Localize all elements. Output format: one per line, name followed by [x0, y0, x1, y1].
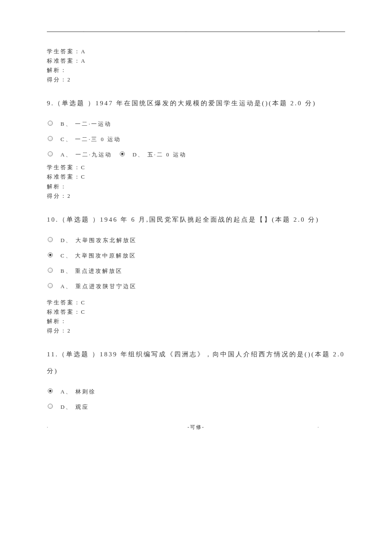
- q9-standard-answer: 标准答案：C: [47, 172, 345, 182]
- q9-option-c-text: C、 一二·三 0 运动: [61, 136, 121, 143]
- q9-option-d[interactable]: D、 五·二 0 运动: [120, 151, 187, 159]
- q10-option-a-text: A、 重点进攻陕甘宁边区: [61, 283, 137, 290]
- q9-student-answer: 学生答案：C: [47, 163, 345, 172]
- radio-icon[interactable]: [48, 252, 53, 257]
- q10-option-b-text: B、 重点进攻解放区: [61, 267, 123, 275]
- radio-icon[interactable]: [48, 136, 53, 141]
- q9-answer-block: 学生答案：C 标准答案：C 解析： 得分：2: [47, 163, 345, 200]
- q10-stem: 10.（单选题 ）1946 年 6 月,国民党军队挑起全面战的起点是【】(本题 …: [47, 211, 345, 228]
- q9-analysis: 解析：: [47, 182, 345, 191]
- q9-option-c[interactable]: C、 一二·三 0 运动: [47, 136, 345, 143]
- header-rule: . . -: [47, 26, 345, 32]
- q9-option-a[interactable]: A、 一二·九运动: [48, 151, 112, 159]
- q9-option-b[interactable]: B、 一二·一运动: [47, 120, 345, 128]
- radio-icon[interactable]: [48, 151, 53, 156]
- footer-text: -可修-: [187, 424, 205, 430]
- header-mark-right: -: [318, 28, 320, 33]
- q10-option-b[interactable]: B、 重点进攻解放区: [47, 267, 345, 275]
- q10-analysis: 解析：: [47, 317, 345, 326]
- q9-score: 得分：2: [47, 191, 345, 201]
- q9-stem: 9.（单选题 ）1947 年在国统区爆发的大规模的爱国学生运动是()(本题 2.…: [47, 95, 345, 112]
- q9-option-b-text: B、 一二·一运动: [61, 120, 112, 128]
- radio-icon[interactable]: [48, 268, 53, 273]
- q11-option-a-text: A、 林则徐: [61, 388, 96, 396]
- radio-icon[interactable]: [48, 404, 53, 409]
- page-footer: . -可修- .: [47, 424, 345, 431]
- q10-student-answer: 学生答案：C: [47, 298, 345, 307]
- q11-option-a[interactable]: A、 林则徐: [47, 388, 345, 396]
- q10-option-c[interactable]: C、 大举围攻中原解放区: [47, 252, 345, 260]
- q8-analysis: 解析：: [47, 66, 345, 75]
- q10-standard-answer: 标准答案：C: [47, 307, 345, 317]
- q10-option-c-text: C、 大举围攻中原解放区: [61, 252, 136, 260]
- q9-option-d-text: D、 五·二 0 运动: [133, 151, 187, 159]
- radio-icon[interactable]: [48, 283, 53, 288]
- footer-mark-left: .: [47, 424, 49, 428]
- radio-icon[interactable]: [48, 121, 53, 126]
- q11-option-d-text: D、 观应: [61, 403, 89, 411]
- radio-icon[interactable]: [120, 151, 125, 156]
- radio-icon[interactable]: [48, 388, 53, 393]
- footer-mark-right: .: [318, 424, 320, 428]
- q10-option-a[interactable]: A、 重点进攻陕甘宁边区: [47, 283, 345, 290]
- q8-answer-block: 学生答案：A 标准答案：A 解析： 得分：2: [47, 47, 345, 84]
- q8-student-answer: 学生答案：A: [47, 47, 345, 56]
- document-page: . . - 学生答案：A 标准答案：A 解析： 得分：2 9.（单选题 ）194…: [0, 0, 392, 448]
- q9-option-a-text: A、 一二·九运动: [61, 151, 112, 159]
- q10-answer-block: 学生答案：C 标准答案：C 解析： 得分：2: [47, 298, 345, 335]
- q10-option-d[interactable]: D、 大举围攻东北解放区: [47, 237, 345, 244]
- q8-standard-answer: 标准答案：A: [47, 56, 345, 66]
- q10-score: 得分：2: [47, 326, 345, 335]
- header-mark-mid: .: [185, 28, 187, 33]
- radio-icon[interactable]: [48, 237, 53, 242]
- header-mark-left: .: [83, 28, 84, 33]
- q11-option-d[interactable]: D、 观应: [47, 403, 345, 411]
- q10-option-d-text: D、 大举围攻东北解放区: [61, 237, 137, 244]
- q9-option-row-ad: A、 一二·九运动 D、 五·二 0 运动: [47, 151, 345, 159]
- q8-score: 得分：2: [47, 75, 345, 84]
- q11-stem: 11.（单选题 ）1839 年组织编写成《四洲志》，向中国人介绍西方情况的是()…: [47, 346, 345, 379]
